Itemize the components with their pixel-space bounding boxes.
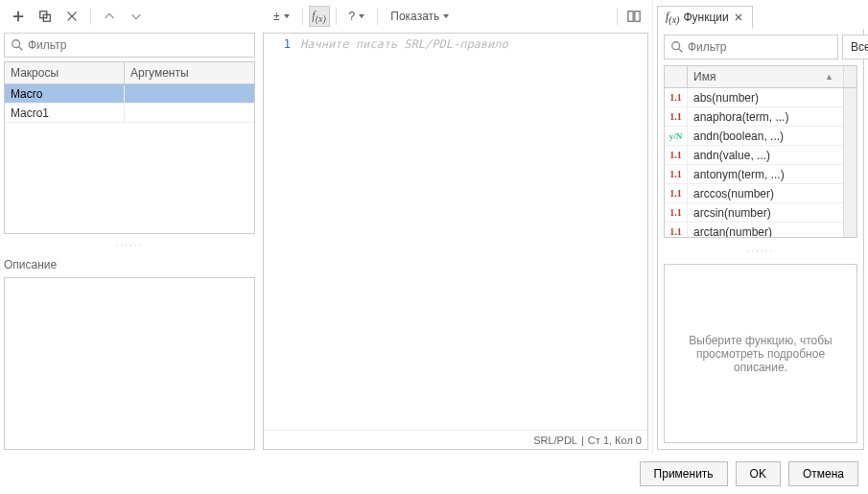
ok-button[interactable]: OK xyxy=(736,461,781,486)
macros-filter[interactable] xyxy=(4,33,255,58)
search-icon xyxy=(11,38,24,52)
macro-name-cell[interactable]: Macro1 xyxy=(5,105,125,122)
search-icon xyxy=(670,40,684,54)
tab-close-button[interactable] xyxy=(733,12,744,23)
scope-label: Все функции xyxy=(851,40,868,54)
help-dropdown[interactable]: ? xyxy=(342,6,372,27)
tab-label: Функции xyxy=(683,11,728,24)
macros-table: Макросы Аргументы Macro1 xyxy=(4,61,255,234)
functions-filter[interactable] xyxy=(664,35,838,59)
plus-icon xyxy=(12,10,25,23)
plus-minus-dropdown[interactable]: ± xyxy=(267,6,296,27)
func-type-icon: 1.1 xyxy=(665,223,688,237)
fx-icon: f(x) xyxy=(312,9,325,24)
editor-toolbar: ± f(x) ? Показать xyxy=(263,4,648,29)
col-args-header[interactable]: Аргументы xyxy=(125,62,254,83)
copy-button[interactable] xyxy=(35,6,56,27)
func-type-icon: 1.1 xyxy=(665,165,688,183)
close-icon xyxy=(735,13,742,21)
func-signature: andn(boolean, ...) xyxy=(688,129,843,143)
tab-functions[interactable]: f(x) Функции xyxy=(657,6,753,29)
functions-table: Имя ▲ 1.1abs(number) 1.1anaphora(term, .… xyxy=(664,65,857,238)
move-up-button[interactable] xyxy=(99,6,120,27)
chevron-up-icon xyxy=(103,10,116,23)
status-position: Ст 1, Кол 0 xyxy=(588,435,642,446)
close-icon xyxy=(65,10,79,23)
separator xyxy=(617,8,618,25)
func-type-icon: 1.1 xyxy=(665,107,688,126)
col-name-label: Имя xyxy=(693,70,716,83)
code-editor: 1 Начните писать SRL/PDL-правило SRL/PDL… xyxy=(263,33,648,450)
function-description: Выберите функцию, чтобы просмотреть подр… xyxy=(664,264,857,443)
macro-name-input[interactable] xyxy=(11,87,118,101)
chevron-down-icon xyxy=(284,14,290,18)
editor-statusbar: SRL/PDL | Ст 1, Кол 0 xyxy=(264,430,647,449)
func-signature: arcsin(number) xyxy=(688,206,843,220)
fx-icon: f(x) xyxy=(666,10,679,25)
add-button[interactable] xyxy=(8,6,29,27)
func-type-icon: y/N xyxy=(665,127,688,145)
line-gutter: 1 xyxy=(264,34,296,430)
list-item[interactable]: 1.1arctan(number) xyxy=(665,223,843,237)
description-box[interactable] xyxy=(4,277,255,450)
right-tabbar: f(x) Функции xyxy=(657,4,864,29)
plus-minus-icon: ± xyxy=(273,10,280,23)
functions-scope-select[interactable]: Все функции xyxy=(842,35,868,59)
move-down-button[interactable] xyxy=(126,6,147,27)
code-textarea[interactable]: Начните писать SRL/PDL-правило xyxy=(296,34,647,430)
sort-asc-icon: ▲ xyxy=(825,72,837,82)
dialog-buttons: Применить OK Отмена xyxy=(0,454,868,494)
list-item[interactable]: 1.1abs(number) xyxy=(665,88,843,107)
apply-button[interactable]: Применить xyxy=(640,461,728,486)
macro-args-cell[interactable] xyxy=(125,92,254,96)
func-signature: arccos(number) xyxy=(688,187,843,200)
functions-filter-input[interactable] xyxy=(688,40,832,54)
col-name-header[interactable]: Имя ▲ xyxy=(688,66,843,87)
copy-icon xyxy=(38,10,52,23)
list-item[interactable]: 1.1arccos(number) xyxy=(665,184,843,203)
question-icon: ? xyxy=(349,10,356,23)
separator xyxy=(377,8,378,25)
list-item[interactable]: 1.1anaphora(term, ...) xyxy=(665,107,843,127)
func-type-icon: 1.1 xyxy=(665,146,688,164)
list-item[interactable]: 1.1antonym(term, ...) xyxy=(665,165,843,184)
layout-button[interactable] xyxy=(623,6,645,27)
chevron-down-icon xyxy=(359,14,364,18)
macro-args-cell[interactable] xyxy=(125,111,254,115)
show-label: Показать xyxy=(390,10,439,23)
svg-rect-3 xyxy=(628,12,633,22)
cancel-button[interactable]: Отмена xyxy=(788,461,858,486)
fx-button[interactable]: f(x) xyxy=(309,6,330,27)
resize-handle[interactable]: ······ xyxy=(664,244,857,258)
scrollbar[interactable] xyxy=(843,88,856,237)
col-icon-header[interactable] xyxy=(665,66,688,87)
func-type-icon: 1.1 xyxy=(665,184,688,202)
func-type-icon: 1.1 xyxy=(665,88,688,106)
macros-filter-input[interactable] xyxy=(28,38,248,52)
list-item[interactable]: 1.1andn(value, ...) xyxy=(665,146,843,165)
table-row[interactable] xyxy=(5,84,254,104)
resize-handle[interactable]: ······ xyxy=(4,238,255,252)
macros-table-body[interactable]: Macro1 xyxy=(5,84,254,233)
layout-icon xyxy=(627,10,641,23)
separator xyxy=(302,8,303,25)
delete-button[interactable] xyxy=(61,6,82,27)
status-sep: | xyxy=(581,435,584,446)
macros-toolbar xyxy=(4,4,255,29)
col-macros-header[interactable]: Макросы xyxy=(5,62,125,83)
func-signature: andn(value, ...) xyxy=(688,149,843,162)
table-row[interactable]: Macro1 xyxy=(5,104,254,123)
chevron-down-icon xyxy=(443,14,449,18)
func-signature: arctan(number) xyxy=(688,225,843,238)
svg-point-5 xyxy=(672,42,680,50)
func-signature: antonym(term, ...) xyxy=(688,168,843,181)
functions-list[interactable]: 1.1abs(number) 1.1anaphora(term, ...) y/… xyxy=(665,88,843,237)
separator xyxy=(90,8,91,25)
show-dropdown[interactable]: Показать xyxy=(384,6,456,27)
chevron-down-icon xyxy=(129,10,143,23)
status-lang: SRL/PDL xyxy=(533,435,577,446)
description-label: Описание xyxy=(4,256,255,273)
list-item[interactable]: y/Nandn(boolean, ...) xyxy=(665,127,843,146)
func-type-icon: 1.1 xyxy=(665,203,688,222)
list-item[interactable]: 1.1arcsin(number) xyxy=(665,203,843,223)
